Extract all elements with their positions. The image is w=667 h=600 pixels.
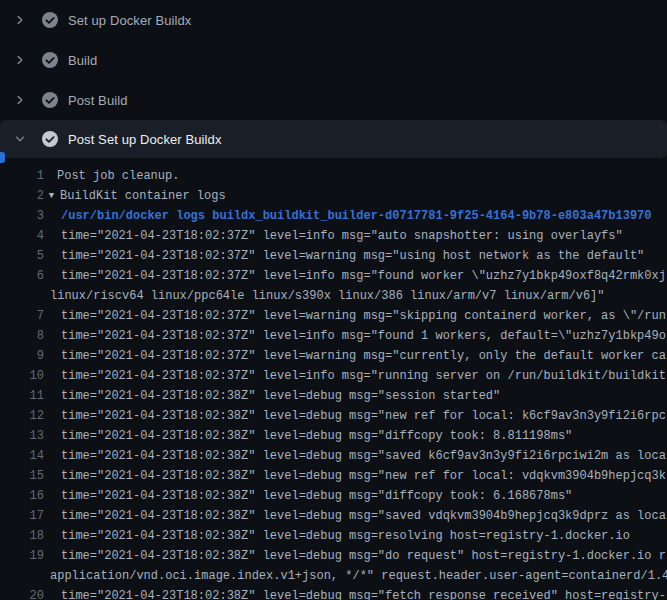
log-line: 8time="2021-04-23T18:02:37Z" level=info … xyxy=(0,326,667,346)
log-line-text: time="2021-04-23T18:02:38Z" level=debug … xyxy=(61,506,666,526)
log-line-number[interactable]: 1 xyxy=(0,166,44,186)
step-row-post-build[interactable]: Post Build xyxy=(0,80,667,120)
log-line: 3/usr/bin/docker logs buildx_buildkit_bu… xyxy=(0,206,667,226)
log-line-text: time="2021-04-23T18:02:37Z" level=info m… xyxy=(61,266,666,286)
step-title: Set up Docker Buildx xyxy=(68,13,191,28)
log-line-text: time="2021-04-23T18:02:38Z" level=debug … xyxy=(61,426,572,446)
log-line-number[interactable]: 19 xyxy=(0,546,44,566)
log-line-text: time="2021-04-23T18:02:38Z" level=debug … xyxy=(61,586,666,600)
step-title: Post Build xyxy=(68,93,128,108)
log-line-text: time="2021-04-23T18:02:38Z" level=debug … xyxy=(61,386,500,406)
log-line-number[interactable]: 3 xyxy=(0,206,44,226)
log-line-number[interactable]: 10 xyxy=(0,366,44,386)
log-line: 14time="2021-04-23T18:02:38Z" level=debu… xyxy=(0,446,667,466)
log-line: 15time="2021-04-23T18:02:38Z" level=debu… xyxy=(0,466,667,486)
log-line-text: time="2021-04-23T18:02:38Z" level=debug … xyxy=(61,446,666,466)
log-line: 20time="2021-04-23T18:02:38Z" level=debu… xyxy=(0,586,667,600)
step-title: Post Set up Docker Buildx xyxy=(68,132,222,147)
log-line-text: time="2021-04-23T18:02:38Z" level=debug … xyxy=(61,526,630,546)
chevron-right-icon[interactable] xyxy=(12,12,28,28)
log-line-continuation: application/vnd.oci.image.index.v1+json,… xyxy=(0,566,667,586)
log-line-text: time="2021-04-23T18:02:37Z" level=warnin… xyxy=(61,306,666,326)
step-title: Build xyxy=(68,53,97,68)
log-line: 19time="2021-04-23T18:02:38Z" level=debu… xyxy=(0,546,667,566)
log-line-number[interactable]: 5 xyxy=(0,246,44,266)
triangle-down-icon[interactable]: ▼ xyxy=(46,186,57,206)
log-line-text: /usr/bin/docker logs buildx_buildkit_bui… xyxy=(61,206,652,226)
log-line-text: time="2021-04-23T18:02:38Z" level=debug … xyxy=(61,486,572,506)
log-line-number[interactable]: 16 xyxy=(0,486,44,506)
log-line-text: time="2021-04-23T18:02:38Z" level=debug … xyxy=(61,466,666,486)
check-circle-icon xyxy=(42,52,58,68)
log-line-number[interactable]: 18 xyxy=(0,526,44,546)
log-line-number[interactable]: 8 xyxy=(0,326,44,346)
step-row-post-set-up-docker-buildx[interactable]: Post Set up Docker Buildx xyxy=(0,120,667,158)
log-line-number[interactable]: 12 xyxy=(0,406,44,426)
log-line-text: time="2021-04-23T18:02:37Z" level=info m… xyxy=(61,226,623,246)
log-line: 2▼BuildKit container logs xyxy=(0,186,667,206)
log-group-toggle[interactable]: BuildKit container logs xyxy=(60,186,226,206)
chevron-down-icon[interactable] xyxy=(12,131,28,147)
chevron-right-icon[interactable] xyxy=(12,52,28,68)
log-line-text: time="2021-04-23T18:02:37Z" level=info m… xyxy=(61,326,666,346)
log-line-wrap-text: linux/riscv64 linux/ppc64le linux/s390x … xyxy=(50,286,605,306)
log-line: 7time="2021-04-23T18:02:37Z" level=warni… xyxy=(0,306,667,326)
log-line: 18time="2021-04-23T18:02:38Z" level=debu… xyxy=(0,526,667,546)
focus-accent xyxy=(0,152,5,163)
log-line: 10time="2021-04-23T18:02:37Z" level=info… xyxy=(0,366,667,386)
log-line-number[interactable]: 11 xyxy=(0,386,44,406)
log-line-wrap-text: application/vnd.oci.image.index.v1+json,… xyxy=(50,566,667,586)
log-line: 13time="2021-04-23T18:02:38Z" level=debu… xyxy=(0,426,667,446)
log-line-text: time="2021-04-23T18:02:38Z" level=debug … xyxy=(61,406,666,426)
check-circle-icon xyxy=(42,131,58,147)
log-line-number[interactable]: 6 xyxy=(0,266,44,286)
actions-log-viewer: Set up Docker Buildx Build Post Build Po… xyxy=(0,0,667,600)
step-row-set-up-docker-buildx[interactable]: Set up Docker Buildx xyxy=(0,0,667,40)
log-body: 1Post job cleanup.2▼BuildKit container l… xyxy=(0,158,667,600)
step-row-build[interactable]: Build xyxy=(0,40,667,80)
log-line-number[interactable]: 2 xyxy=(0,186,44,206)
log-line: 1Post job cleanup. xyxy=(0,166,667,186)
log-line-number[interactable]: 15 xyxy=(0,466,44,486)
log-line-text: time="2021-04-23T18:02:37Z" level=warnin… xyxy=(61,346,666,366)
log-line-number[interactable]: 4 xyxy=(0,226,44,246)
log-line-number[interactable]: 13 xyxy=(0,426,44,446)
log-line: 11time="2021-04-23T18:02:38Z" level=debu… xyxy=(0,386,667,406)
check-circle-icon xyxy=(42,92,58,108)
log-line-number[interactable]: 14 xyxy=(0,446,44,466)
log-line: 16time="2021-04-23T18:02:38Z" level=debu… xyxy=(0,486,667,506)
log-line-number[interactable]: 17 xyxy=(0,506,44,526)
log-line: 9time="2021-04-23T18:02:37Z" level=warni… xyxy=(0,346,667,366)
log-line: 5time="2021-04-23T18:02:37Z" level=warni… xyxy=(0,246,667,266)
log-line: 4time="2021-04-23T18:02:37Z" level=info … xyxy=(0,226,667,246)
log-line-continuation: linux/riscv64 linux/ppc64le linux/s390x … xyxy=(0,286,667,306)
log-line-text: time="2021-04-23T18:02:37Z" level=warnin… xyxy=(61,246,644,266)
log-line-text: time="2021-04-23T18:02:37Z" level=info m… xyxy=(61,366,666,386)
log-line-text: Post job cleanup. xyxy=(57,166,179,186)
chevron-right-icon[interactable] xyxy=(12,92,28,108)
log-line-number[interactable]: 7 xyxy=(0,306,44,326)
check-circle-icon xyxy=(42,12,58,28)
log-line-text: time="2021-04-23T18:02:38Z" level=debug … xyxy=(61,546,666,566)
log-line: 6time="2021-04-23T18:02:37Z" level=info … xyxy=(0,266,667,286)
log-line: 12time="2021-04-23T18:02:38Z" level=debu… xyxy=(0,406,667,426)
log-line-number[interactable]: 20 xyxy=(0,586,44,600)
log-line: 17time="2021-04-23T18:02:38Z" level=debu… xyxy=(0,506,667,526)
log-line-number[interactable]: 9 xyxy=(0,346,44,366)
